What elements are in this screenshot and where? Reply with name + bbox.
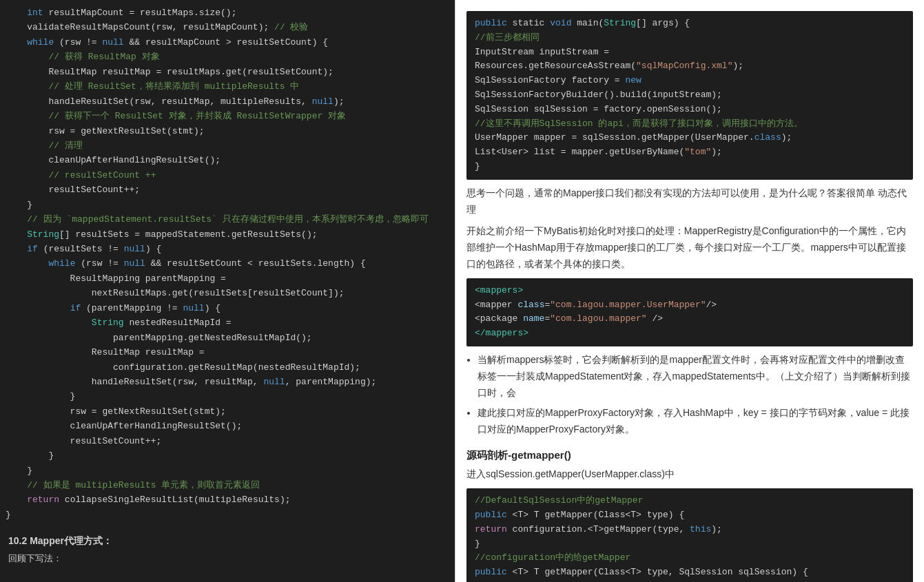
code-line: //configuration中的给getMapper	[475, 551, 905, 565]
code-line: rsw = getNextResultSet(stmt);	[0, 124, 455, 138]
text-enter-getmapper: 进入sqlSession.getMapper(UserMapper.class)…	[466, 466, 913, 483]
code-line: if (parentMapping != null) {	[0, 301, 455, 315]
code-line: SqlSession sqlSession = factory.openSess…	[475, 103, 905, 117]
code-line: nextResultMaps.get(resultSets[resultSetC…	[0, 286, 455, 300]
code-line: parentMapping.getNestedResultMapId();	[0, 331, 455, 345]
code-line: while (rsw != null && resultMapCount > r…	[0, 35, 455, 50]
code-line: String nestedResultMapId =	[0, 315, 455, 330]
code-line: <package name="com.lagou.mapper" />	[475, 312, 905, 326]
bullet-list: 当解析mappers标签时，它会判断解析到的是mapper配置文件时，会再将对应…	[478, 352, 913, 438]
code-line: String[] resultSets = mappedStatement.ge…	[0, 227, 455, 242]
code-line: // resultSetCount ++	[0, 168, 455, 183]
code-line: ResultMap resultMap = resultMaps.get(res…	[0, 65, 455, 79]
code-line: int resultMapCount = resultMaps.size();	[0, 6, 455, 20]
code-block-mappers: <mappers> <mapper class="com.lagou.mappe…	[466, 278, 913, 346]
code-line: }	[475, 160, 905, 174]
code-line: // 因为 `mappedStatement.resultSets` 只在存储过…	[0, 212, 455, 227]
code-line: InputStream inputStream =	[475, 45, 905, 60]
code-line: cleanUpAfterHandlingResultSet();	[0, 153, 455, 167]
code-line: }	[0, 389, 455, 404]
left-code-panel: int resultMapCount = resultMaps.size(); …	[0, 0, 455, 582]
code-line: return configuration.<T>getMapper(type, …	[475, 523, 905, 537]
code-line: resultSetCount++;	[0, 434, 455, 448]
code-line: // 获得 ResultMap 对象	[0, 50, 455, 64]
code-line: }	[475, 537, 905, 552]
code-line: //这里不再调用SqlSession 的api，而是获得了接口对象，调用接口中的…	[475, 117, 905, 132]
code-line: public <T> T getMapper(Class<T> type) {	[475, 508, 905, 523]
code-line: }	[0, 508, 455, 522]
code-line: //DefaultSqlSession中的getMapper	[475, 494, 905, 508]
code-line: return collapseSingleResultList(multiple…	[0, 492, 455, 507]
code-line: while (rsw != null && resultSetCount < r…	[0, 256, 455, 271]
code-line: handleResultSet(rsw, resultMap, null, pa…	[0, 375, 455, 389]
code-line: }	[0, 464, 455, 478]
code-line: rsw = getNextResultSet(stmt);	[0, 404, 455, 419]
code-line: public static void main(String[] args) {	[475, 17, 905, 31]
code-line: configuration.getResultMap(nestedResultM…	[0, 360, 455, 375]
code-line: // 处理 ResultSet，将结果添加到 multipleResults 中	[0, 79, 455, 94]
code-line: public <T> T getMapper(Class<T> type, Sq…	[475, 565, 905, 580]
code-line: validateResultMapsCount(rsw, resultMapCo…	[0, 20, 455, 34]
code-line: if (resultSets != null) {	[0, 242, 455, 256]
code-block-getmapper: //DefaultSqlSession中的getMapperpublic <T>…	[466, 488, 913, 582]
code-line: // 获得下一个 ResultSet 对象，并封装成 ResultSetWrap…	[0, 109, 455, 123]
code-line: </mappers>	[475, 326, 905, 341]
code-line: // 清理	[0, 138, 455, 153]
right-content-panel[interactable]: public static void main(String[] args) {…	[455, 0, 924, 582]
bullet-item: 当解析mappers标签时，它会判断解析到的是mapper配置文件时，会再将对应…	[478, 352, 913, 401]
code-line: <mappers>	[475, 284, 905, 298]
bullet-item: 建此接口对应的MapperProxyFactory对象，存入HashMap中，k…	[478, 405, 913, 438]
code-line: cleanUpAfterHandlingResultSet();	[0, 419, 455, 433]
code-block-main: public static void main(String[] args) {…	[466, 11, 913, 180]
code-line: UserMapper mapper = sqlSession.getMapper…	[475, 131, 905, 145]
code-line: <mapper class="com.lagou.mapper.UserMapp…	[475, 298, 905, 313]
section-label: 10.2 Mapper代理方式：	[8, 533, 446, 548]
code-line: ResultMap resultMap =	[0, 345, 455, 360]
code-line: SqlSessionFactoryBuilder().build(inputSt…	[475, 88, 905, 103]
code-line: List<User> list = mapper.getUserByName("…	[475, 145, 905, 160]
code-line: handleResultSet(rsw, resultMap, multiple…	[0, 94, 455, 109]
section-sub: 回顾下写法：	[8, 552, 446, 566]
code-line: ResultMapping parentMapping =	[0, 271, 455, 286]
section-getmapper-title: 源码剖析-getmapper()	[466, 446, 913, 464]
code-line: //前三步都相同	[475, 31, 905, 45]
code-line: // 如果是 multipleResults 单元素，则取首元素返回	[0, 478, 455, 492]
code-line: }	[0, 198, 455, 212]
text-mapper-registry: 开始之前介绍一下MyBatis初始化时对接口的处理：MapperRegistry…	[466, 223, 913, 272]
text-dynamic-proxy: 思考一个问题，通常的Mapper接口我们都没有实现的方法却可以使用，是为什么呢？…	[466, 185, 913, 218]
code-line: Resources.getResourceAsStream("sqlMapCon…	[475, 59, 905, 74]
code-line: resultSetCount++;	[0, 183, 455, 197]
code-line: SqlSessionFactory factory = new	[475, 74, 905, 88]
code-line: }	[0, 448, 455, 463]
